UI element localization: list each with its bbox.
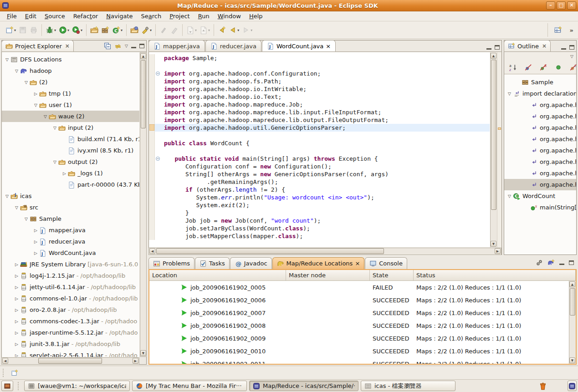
- new-class-dropdown-icon[interactable]: ▾: [121, 28, 123, 32]
- tree-item-reducer-java[interactable]: ▷Jreducer.java: [2, 236, 139, 247]
- outline-item[interactable]: org.apache.ha: [504, 156, 576, 168]
- editor-vertical-scrollbar[interactable]: ▲ ▼: [490, 52, 497, 247]
- outline-item[interactable]: org.apache.ha: [504, 133, 576, 145]
- hide-static-button[interactable]: S: [538, 62, 548, 72]
- expanded-arrow-icon[interactable]: ▽: [13, 69, 20, 73]
- tree-item-junit-3-8-1-jar[interactable]: ▷010junit-3.8.1.jar- /opt/hadoop/lib: [2, 338, 139, 350]
- close-button[interactable]: ✕: [567, 1, 576, 10]
- tree-item-src[interactable]: ▽src: [2, 202, 139, 213]
- expanded-arrow-icon[interactable]: ▽: [506, 92, 513, 96]
- menu-help[interactable]: Help: [245, 12, 267, 20]
- collapsed-arrow-icon[interactable]: ▷: [13, 353, 20, 357]
- tree-item-jre-system-library[interactable]: ▷JRE System Library[java-6-sun-1.6.0: [2, 259, 139, 270]
- minimize-view-button[interactable]: [131, 47, 136, 48]
- outline-item[interactable]: org.apache.ha: [504, 145, 576, 156]
- menu-run[interactable]: Run: [194, 12, 214, 20]
- collapsed-arrow-icon[interactable]: ▷: [13, 274, 20, 278]
- collapsed-arrow-icon[interactable]: ▷: [13, 342, 20, 346]
- tree-item-input-2-[interactable]: ▽input (2): [2, 122, 139, 133]
- expanded-arrow-icon[interactable]: ▽: [4, 194, 10, 199]
- collapse-marker-icon[interactable]: −: [156, 157, 160, 161]
- maximize-editor-button[interactable]: [495, 45, 500, 50]
- trash-icon[interactable]: [538, 382, 547, 391]
- view-tab-javadoc[interactable]: @Javadoc: [230, 257, 272, 269]
- collapse-all-button[interactable]: [104, 42, 111, 50]
- view-tab-tasks[interactable]: Tasks: [195, 257, 230, 269]
- tree-item-icas[interactable]: ▽Jicas: [2, 190, 139, 202]
- job-row[interactable]: job_200906161902_0006SUCCEEDEDMaps : 2/2…: [149, 294, 569, 306]
- table-vertical-scrollbar[interactable]: ▲ ▼: [569, 281, 576, 364]
- minimize-editor-button[interactable]: [486, 48, 491, 50]
- search-dropdown-icon[interactable]: ▾: [150, 28, 152, 32]
- perspective-overflow-chevron[interactable]: »: [570, 27, 573, 34]
- menu-refactor[interactable]: Refactor: [69, 12, 102, 20]
- editor-overview-ruler[interactable]: [497, 52, 501, 247]
- expanded-arrow-icon[interactable]: ▽: [32, 103, 39, 107]
- refresh-jobs-button[interactable]: [536, 259, 543, 266]
- outline-item[interactable]: org.apache.ha: [504, 122, 576, 133]
- outline-item[interactable]: ▽import declarations: [504, 88, 576, 99]
- close-tab-icon[interactable]: ×: [326, 43, 331, 50]
- open-perspective-button[interactable]: [553, 25, 563, 35]
- collapsed-arrow-icon[interactable]: ▷: [32, 239, 39, 244]
- collapsed-arrow-icon[interactable]: ▷: [13, 285, 20, 290]
- run-button[interactable]: ▾: [58, 25, 70, 35]
- tree-item-part-r-00000-43-7-kb-[interactable]: part-r-00000 (43.7 Kb,: [2, 179, 139, 190]
- run-config-button[interactable]: ▾: [71, 25, 83, 35]
- expanded-arrow-icon[interactable]: ▽: [13, 205, 20, 210]
- minimize-view-button[interactable]: [559, 264, 564, 265]
- tree-item-servlet-api-2-5-6-1-14-jar[interactable]: ▷010servlet-api-2.5-6.1.14.jar- /opt/had…: [2, 350, 139, 357]
- expanded-arrow-icon[interactable]: ▽: [23, 217, 30, 221]
- hide-nonpublic-button[interactable]: [553, 62, 563, 72]
- tree-item-waue-2-[interactable]: ▽waue (2): [2, 111, 139, 122]
- run-config-dropdown-icon[interactable]: ▾: [81, 28, 82, 32]
- expanded-arrow-icon[interactable]: ▽: [51, 160, 58, 164]
- editor-tab-WordCount-java[interactable]: JWordCount.java×: [262, 40, 336, 51]
- maximize-view-button[interactable]: [569, 45, 574, 50]
- back-button[interactable]: ▾: [228, 25, 240, 35]
- tree-item--2-[interactable]: ▽(2): [2, 76, 139, 88]
- menu-file[interactable]: File: [3, 12, 21, 20]
- show-desktop-button[interactable]: [1, 381, 13, 391]
- expanded-arrow-icon[interactable]: ▽: [23, 80, 30, 85]
- tree-item-wordcount-java[interactable]: ▷JWordCount.java: [2, 247, 139, 259]
- job-row[interactable]: job_200906161902_0005FAILEDMaps : 2/2 (1…: [149, 281, 569, 294]
- collapsed-arrow-icon[interactable]: ▷: [32, 92, 39, 96]
- tree-item--logs-1-[interactable]: ▷_logs (1): [2, 168, 139, 179]
- maximize-button[interactable]: □: [557, 1, 566, 10]
- collapsed-arrow-icon[interactable]: ▷: [13, 331, 20, 335]
- tree-item-oro-2-0-8-jar[interactable]: ▷010oro-2.0.8.jar- /opt/hadoop/lib: [2, 304, 139, 316]
- job-row[interactable]: job_200906161902_0008SUCCEEDEDMaps : 2/2…: [149, 319, 569, 332]
- fast-view-button[interactable]: [10, 368, 19, 377]
- editor-horizontal-scrollbar[interactable]: ◀ ▶: [148, 248, 501, 255]
- maximize-view-button[interactable]: [139, 44, 144, 48]
- tree-item-output-2-[interactable]: ▽output (2): [2, 156, 139, 168]
- tree-item-commons-codec-1-3-jar[interactable]: ▷010commons-codec-1.3.jar- /opt/hadoo: [2, 316, 139, 327]
- view-tab-console[interactable]: Console: [365, 257, 407, 269]
- outline-item[interactable]: ▽CWordCount: [504, 190, 576, 202]
- job-row[interactable]: job_200906161902_0011SUCCEEDEDMaps : 2/2…: [149, 357, 569, 364]
- expanded-arrow-icon[interactable]: ▽: [42, 114, 49, 119]
- menu-search[interactable]: Search: [137, 12, 166, 20]
- hide-fields-button[interactable]: [523, 62, 533, 72]
- outline-item[interactable]: Smain(String[]): [504, 202, 576, 213]
- collapsed-arrow-icon[interactable]: ▷: [13, 296, 20, 301]
- link-with-editor-button[interactable]: [114, 42, 122, 50]
- column-header-state[interactable]: State: [370, 270, 414, 280]
- tree-item-mapper-java[interactable]: ▷Jmapper.java: [2, 224, 139, 236]
- new-class-button[interactable]: C▾: [111, 25, 123, 35]
- close-tab-icon[interactable]: ×: [355, 260, 360, 267]
- new-package-button[interactable]: [100, 25, 110, 35]
- minimize-button[interactable]: –: [546, 1, 555, 10]
- sort-button[interactable]: az: [508, 62, 518, 72]
- maximize-view-button[interactable]: [569, 260, 574, 265]
- menu-source[interactable]: Source: [41, 12, 69, 20]
- new-button[interactable]: ▾: [5, 25, 17, 35]
- workspace-switcher[interactable]: [568, 381, 577, 391]
- tree-item-jetty-util-6-1-14-jar[interactable]: ▷010jetty-util-6.1.14.jar- /opt/hadoop/l…: [2, 281, 139, 293]
- view-menu-button[interactable]: ▽: [125, 44, 128, 48]
- minimize-view-button[interactable]: [561, 48, 566, 50]
- project-explorer-tab[interactable]: Project Explorer ×: [1, 40, 74, 51]
- close-view-icon[interactable]: ×: [542, 43, 547, 49]
- tree-item-ivy-xml-8-5-kb-r1-[interactable]: ivy.xml (8.5 Kb, r1): [2, 145, 139, 156]
